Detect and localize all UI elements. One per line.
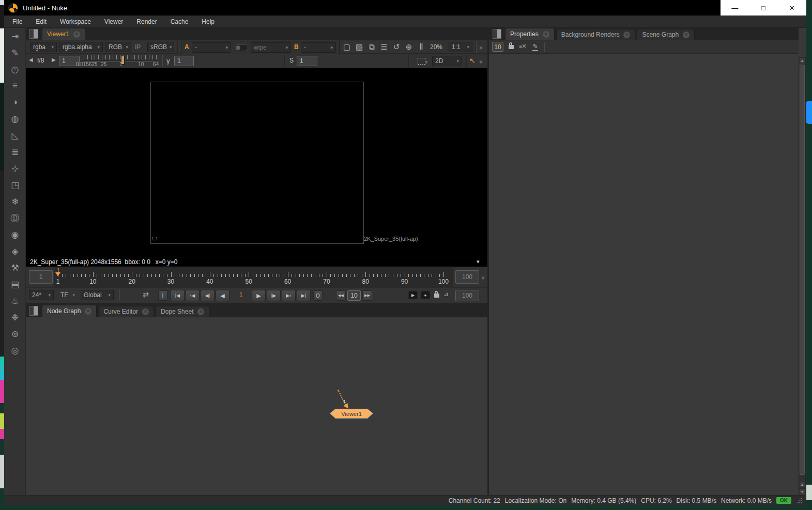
timeline-mode-dropdown[interactable]: TF▾ xyxy=(58,290,78,300)
other-icon[interactable]: ▤ xyxy=(4,276,26,292)
step-forward-button[interactable]: |▶ xyxy=(267,290,281,301)
gamma-field[interactable]: 1 xyxy=(174,56,194,66)
collapse-toolbar-icon[interactable]: » xyxy=(478,44,485,51)
playback-loop-icon[interactable]: ⇄ xyxy=(140,290,152,299)
layers-dropdown[interactable]: rgba▾ xyxy=(30,42,57,52)
deep-icon[interactable]: Ⓓ xyxy=(4,210,26,226)
menu-help[interactable]: Help xyxy=(196,17,220,27)
view-mode-dropdown[interactable]: 2D▾ xyxy=(432,56,462,66)
menu-viewer[interactable]: Viewer xyxy=(99,17,128,27)
goto-end-button[interactable]: ▶| xyxy=(297,290,311,301)
lock-panels-icon[interactable] xyxy=(509,45,514,49)
tab-close-icon[interactable]: ✕ xyxy=(623,32,630,38)
set-out-point-button[interactable]: O xyxy=(313,290,323,301)
goto-start-button[interactable]: |◀ xyxy=(171,290,185,301)
frame-range-lock-icon[interactable]: ⊿ xyxy=(443,291,448,298)
3d-pointer-icon[interactable]: ↖ xyxy=(469,56,476,65)
fstop-label[interactable]: f/8 xyxy=(37,57,44,64)
3d-icon[interactable]: ◳ xyxy=(4,177,26,193)
sparkles-icon[interactable]: ❉ xyxy=(4,309,26,326)
alpha-layer-dropdown[interactable]: rgba.alpha▾ xyxy=(59,42,103,52)
scroll-up-icon[interactable]: ▲ xyxy=(799,57,805,64)
saturation-field[interactable]: 1 xyxy=(297,56,317,66)
collapse-timeline-icon[interactable]: » xyxy=(480,274,487,281)
channel-icon[interactable]: ≡ xyxy=(4,78,26,94)
tab-scene-graph[interactable]: Scene Graph ✕ xyxy=(637,29,695,40)
stereo-views-icon[interactable]: ☰ xyxy=(379,42,389,52)
timeline-playhead[interactable] xyxy=(55,272,60,276)
pause-updates-icon[interactable]: Ⅱ xyxy=(417,42,426,52)
b-buffer-dropdown[interactable]: -▾ xyxy=(301,42,336,53)
max-panels-field[interactable]: 10 xyxy=(492,42,503,52)
node-graph-canvas[interactable]: 1 Viewer1 xyxy=(26,317,487,495)
resize-grip[interactable] xyxy=(796,498,802,504)
play-forward-button[interactable]: ▶ xyxy=(252,290,266,301)
filter-icon[interactable]: ◍ xyxy=(4,111,26,127)
set-in-point-button[interactable]: I xyxy=(158,290,167,301)
tab-close-icon[interactable]: ✕ xyxy=(142,308,149,315)
menu-edit[interactable]: Edit xyxy=(30,17,52,27)
gain-slider[interactable]: 0.015625 .25 1 10 64 xyxy=(84,54,158,68)
menu-workspace[interactable]: Workspace xyxy=(55,17,96,27)
range-end-field[interactable]: 100 xyxy=(455,270,479,284)
scroll-up-icon[interactable]: ▲ xyxy=(799,481,805,488)
close-button[interactable]: ✕ xyxy=(778,0,806,16)
a-buffer-dropdown[interactable]: -▾ xyxy=(192,42,231,53)
color-icon[interactable]: ◑ xyxy=(4,94,26,111)
particles-icon[interactable]: ❄ xyxy=(4,193,26,210)
minimize-button[interactable]: — xyxy=(721,0,749,16)
increment-frame-button[interactable]: ▶▶ xyxy=(362,290,372,301)
maximize-button[interactable]: □ xyxy=(749,0,777,16)
menu-render[interactable]: Render xyxy=(131,17,162,27)
tab-close-icon[interactable]: ✕ xyxy=(85,308,91,315)
roi-region-icon[interactable] xyxy=(418,58,425,65)
frame-increment-field[interactable]: 10 xyxy=(347,290,361,301)
time-icon[interactable]: ◷ xyxy=(4,61,26,78)
display-channels-dropdown[interactable]: RGB▾ xyxy=(105,42,131,52)
full-frame-processing-icon[interactable]: ▢ xyxy=(342,42,351,52)
transform-icon[interactable]: ⊹ xyxy=(4,160,26,177)
tab-close-icon[interactable]: ✕ xyxy=(683,32,690,38)
record-icon[interactable]: ● xyxy=(421,291,430,299)
scroll-down-icon[interactable]: ▼ xyxy=(799,488,805,495)
prev-keyframe-button[interactable]: ‹◀ xyxy=(186,290,200,301)
pane-menu-icon[interactable] xyxy=(493,29,501,39)
tab-background-renders[interactable]: Background Renders ✕ xyxy=(556,29,636,40)
timeline-ruler[interactable]: 1102030405060708090100 1 xyxy=(54,267,453,288)
menu-file[interactable]: File xyxy=(7,17,27,27)
next-keyframe-button[interactable]: ▶› xyxy=(282,290,296,301)
clear-panels-icon[interactable]: ≡✕ xyxy=(519,43,526,50)
viewer-canvas[interactable]: 1,1 2K_Super_35(full-ap) xyxy=(26,68,487,257)
views-icon[interactable]: ◉ xyxy=(4,226,26,243)
keyer-icon[interactable]: ◺ xyxy=(4,127,26,144)
monitor-output-icon[interactable]: ⧉ xyxy=(367,42,376,52)
wipe-mode-dropdown[interactable]: wipe▾ xyxy=(251,42,291,53)
frame-range-dropdown[interactable]: Global▾ xyxy=(81,290,114,300)
viewer1-node[interactable]: Viewer1 xyxy=(330,409,373,419)
properties-scrollbar[interactable]: ▲ ▲ ▼ xyxy=(799,57,806,495)
furnace-icon[interactable]: ♨ xyxy=(4,292,26,309)
viewer-process-dropdown[interactable]: sRGB▾ xyxy=(147,42,174,52)
menu-cache[interactable]: Cache xyxy=(165,17,194,27)
tab-dope-sheet[interactable]: Dope Sheet ✕ xyxy=(156,306,209,317)
tab-close-icon[interactable]: ✕ xyxy=(73,31,80,38)
update-viewer-icon[interactable]: ↺ xyxy=(392,42,401,52)
range-start-field[interactable]: 1 xyxy=(29,270,53,284)
collapse-toolbar-icon[interactable]: » xyxy=(478,58,485,65)
roi-toggle-icon[interactable]: ⊕ xyxy=(404,42,413,52)
decrement-frame-button[interactable]: ◀◀ xyxy=(336,290,346,301)
lock-range-icon[interactable] xyxy=(434,293,439,298)
pane-menu-icon[interactable] xyxy=(29,29,38,39)
flipbook-icon[interactable]: ▶ xyxy=(408,291,418,299)
scrollbar-thumb[interactable] xyxy=(800,65,805,475)
edit-node-name-icon[interactable]: ✎ xyxy=(532,42,538,51)
zoom-level[interactable]: 20% xyxy=(430,43,442,51)
title-bar[interactable]: Untitled - Nuke — □ ✕ xyxy=(4,0,806,16)
fps-dropdown[interactable]: 24*▾ xyxy=(29,290,54,300)
toolsets-icon[interactable]: ⚒ xyxy=(4,259,26,276)
tab-close-icon[interactable]: ✕ xyxy=(543,31,549,38)
tracker-icon[interactable]: ◎ xyxy=(4,342,26,359)
tab-node-graph[interactable]: Node Graph ✕ xyxy=(42,305,97,317)
pane-menu-icon[interactable] xyxy=(29,306,38,316)
pixel-aspect-dropdown[interactable]: 1:1▾ xyxy=(449,42,472,52)
